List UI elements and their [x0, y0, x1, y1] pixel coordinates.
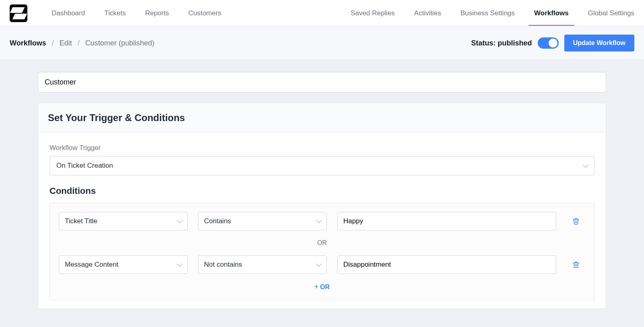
breadcrumb-root[interactable]: Workflows [10, 39, 46, 47]
select-value: Contains [204, 217, 231, 225]
trigger-select[interactable]: On Ticket Creation [50, 156, 594, 175]
publish-toggle[interactable] [538, 37, 559, 49]
breadcrumb-sep: / [52, 39, 54, 47]
select-value: Ticket Title [65, 217, 97, 225]
condition-op-select[interactable]: Contains [198, 212, 327, 230]
nav-saved-replies[interactable]: Saved Replies [351, 1, 395, 25]
nav-tickets[interactable]: Tickets [104, 1, 126, 25]
condition-op-select[interactable]: Not contains [198, 255, 327, 274]
or-divider: OR [59, 230, 585, 255]
trigger-select-value: On Ticket Creation [56, 162, 113, 170]
trash-icon [572, 261, 580, 269]
delete-condition-button[interactable] [567, 261, 585, 269]
breadcrumb: Workflows / Edit / Customer (published) [10, 39, 155, 47]
card-body: Workflow Trigger On Ticket Creation Cond… [38, 133, 606, 308]
condition-row: Ticket Title Contains [59, 212, 585, 230]
conditions-title: Conditions [50, 186, 594, 196]
chevron-down-icon [583, 162, 588, 168]
app-logo[interactable] [10, 4, 27, 22]
delete-condition-button[interactable] [567, 217, 585, 225]
card-header: Set Your Trigger & Conditions [38, 103, 606, 133]
condition-row: Message Content Not contains [59, 255, 585, 274]
update-workflow-button[interactable]: Update Workflow [564, 35, 634, 51]
select-value: Not contains [204, 261, 242, 269]
condition-field-select[interactable]: Ticket Title [59, 212, 188, 230]
nav-customers[interactable]: Customers [188, 1, 221, 25]
nav-dashboard[interactable]: Dashboard [52, 1, 85, 25]
toggle-knob [549, 39, 557, 47]
chevron-down-icon [316, 218, 322, 223]
breadcrumb-bar: Workflows / Edit / Customer (published) … [0, 27, 644, 60]
trigger-card: Set Your Trigger & Conditions Workflow T… [38, 103, 606, 309]
condition-value-input[interactable] [337, 255, 556, 274]
add-or-button[interactable]: +OR [59, 274, 585, 291]
breadcrumb-sep: / [78, 39, 80, 47]
select-value: Message Content [65, 261, 118, 269]
nav-left-group: Dashboard Tickets Reports Customers [52, 1, 221, 25]
chevron-down-icon [316, 261, 322, 267]
nav-global-settings[interactable]: Global Settings [588, 1, 634, 25]
nav-business-settings[interactable]: Business Settings [460, 1, 515, 25]
condition-value-input[interactable] [337, 212, 556, 230]
trigger-label: Workflow Trigger [50, 144, 594, 152]
trash-icon [572, 217, 580, 225]
condition-field-select[interactable]: Message Content [59, 255, 188, 274]
add-or-label: OR [320, 284, 330, 290]
page-body: Set Your Trigger & Conditions Workflow T… [0, 60, 644, 321]
plus-icon: + [314, 283, 319, 291]
chevron-down-icon [177, 218, 182, 223]
status-controls: Status: published Update Workflow [471, 35, 634, 51]
nav-activities[interactable]: Activities [414, 1, 441, 25]
chevron-down-icon [177, 261, 182, 267]
workflow-title-input[interactable] [38, 72, 606, 93]
top-navbar: Dashboard Tickets Reports Customers Save… [0, 0, 644, 27]
nav-reports[interactable]: Reports [145, 1, 169, 25]
nav-workflows[interactable]: Workflows [534, 1, 569, 25]
breadcrumb-leaf: Customer (published) [85, 39, 155, 47]
status-label: Status: published [471, 39, 532, 47]
conditions-box: Ticket Title Contains OR Message [50, 203, 594, 300]
nav-right-group: Saved Replies Activities Business Settin… [351, 1, 634, 25]
breadcrumb-edit[interactable]: Edit [60, 39, 72, 47]
